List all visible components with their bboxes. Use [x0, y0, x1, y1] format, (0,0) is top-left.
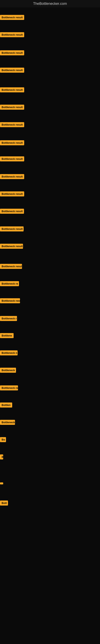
badges-container: Bottleneck resultBottleneck resultBottle…: [0, 8, 100, 642]
bottleneck-badge-15[interactable]: Bottleneck result: [0, 264, 22, 269]
bottleneck-badge-12[interactable]: Bottleneck result: [0, 209, 24, 214]
site-title: TheBottlenecker.com: [33, 2, 67, 6]
bottleneck-badge-8[interactable]: Bottleneck result: [0, 140, 24, 145]
bottleneck-badge-5[interactable]: Bottleneck result: [0, 87, 24, 92]
bottleneck-badge-26[interactable]: B: [0, 454, 3, 460]
bottleneck-badge-7[interactable]: Bottleneck result: [0, 122, 24, 127]
bottleneck-badge-9[interactable]: Bottleneck result: [0, 156, 24, 162]
bottleneck-badge-6[interactable]: Bottleneck result: [0, 105, 24, 110]
bottleneck-badge-22[interactable]: Bottleneck re: [0, 386, 18, 390]
bottleneck-badge-19[interactable]: Bottlene: [0, 333, 14, 338]
bottleneck-badge-20[interactable]: Bottleneck n: [0, 350, 18, 356]
bottleneck-badge-11[interactable]: Bottleneck result: [0, 192, 24, 196]
bottleneck-badge-24[interactable]: Bottleneck: [0, 420, 15, 425]
bottleneck-badge-10[interactable]: Bottleneck result: [0, 174, 24, 179]
bottleneck-badge-28[interactable]: Bott: [0, 500, 8, 506]
bottleneck-badge-23[interactable]: Bottlen: [0, 402, 12, 408]
bottleneck-badge-17[interactable]: Bottleneck resul: [0, 298, 20, 303]
bottleneck-badge-3[interactable]: Bottleneck result: [0, 50, 24, 55]
bottleneck-badge-21[interactable]: Bottleneck: [0, 368, 16, 373]
bottleneck-badge-27[interactable]: [0, 482, 3, 484]
bottleneck-badge-14[interactable]: Bottleneck result: [0, 244, 23, 249]
bottleneck-badge-4[interactable]: Bottleneck result: [0, 68, 24, 73]
bottleneck-badge-1[interactable]: Bottleneck result: [0, 15, 24, 20]
bottleneck-badge-18[interactable]: Bottleneck r: [0, 316, 17, 321]
site-header: TheBottlenecker.com: [0, 0, 100, 8]
bottleneck-badge-2[interactable]: Bottleneck result: [0, 32, 24, 37]
bottleneck-badge-16[interactable]: Bottleneck re: [0, 281, 19, 286]
bottleneck-badge-13[interactable]: Bottleneck result: [0, 226, 24, 232]
bottleneck-badge-25[interactable]: Bo: [0, 437, 6, 442]
